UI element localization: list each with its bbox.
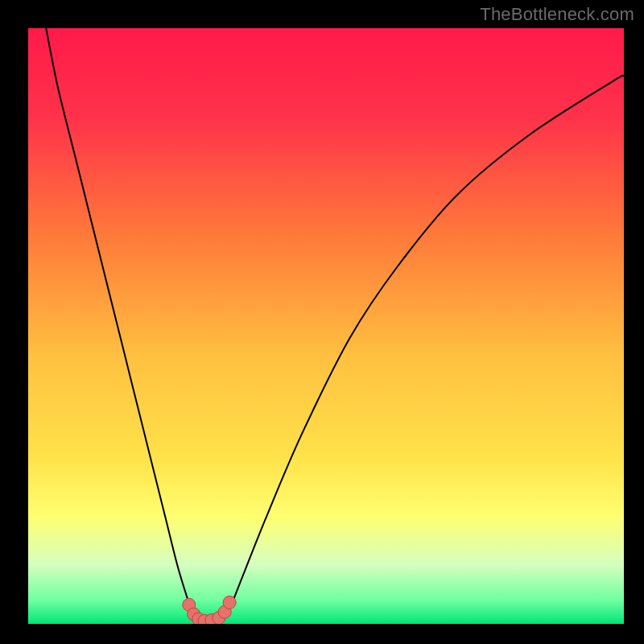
bottleneck-chart	[28, 28, 624, 624]
watermark-text: TheBottleneck.com	[480, 4, 634, 25]
chart-frame: TheBottleneck.com	[0, 0, 644, 644]
dot	[223, 596, 236, 609]
